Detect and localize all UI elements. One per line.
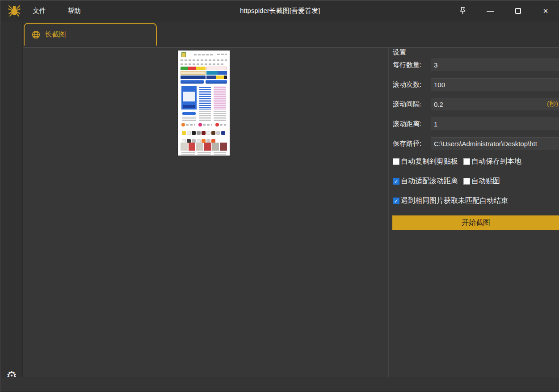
thumb-circle-label-2 [203,124,212,126]
rows-per-line-label: 每行数量: [393,61,421,69]
field-save-path: 保存路径: C:\Users\Administrator\Desktop\htt [389,137,559,150]
checkbox-auto-fit-scroll-distance[interactable]: 自动适配滚动距离 [393,177,458,186]
thumb-footer-1 [181,152,195,155]
scroll-count-label: 滚动次数: [393,80,421,89]
checkbox-box[interactable] [393,178,399,185]
scroll-distance-input[interactable]: 1 [431,118,559,130]
scroll-interval-label: 滚动间隔: [393,100,421,109]
tab-strip: 长截图 [23,21,559,48]
thumb-banner-5 [181,76,206,79]
thumb-banner-3 [181,71,206,75]
thumb-banner-4 [206,71,227,75]
pin-button[interactable] [449,0,476,21]
title-bar: 文件 帮助 httpspider长截图[吾爱首发] ✕ [0,0,559,21]
checkbox-row-3: 遇到相同图片获取未匹配自动结束 [393,196,508,206]
save-path-input[interactable]: C:\Users\Administrator\Desktop\htt [431,137,559,150]
close-button[interactable]: ✕ [532,0,559,21]
minimize-icon [487,11,494,12]
settings-heading: 设置 [393,48,406,57]
thumb-circle-label-3 [220,124,226,126]
checkbox-box[interactable] [393,198,399,204]
thumb-subnav [181,63,225,65]
rows-per-line-input[interactable]: 3 [431,59,559,71]
thumb-blue-button [182,112,196,115]
field-rows-per-line: 每行数量: 3 [389,59,559,71]
checkbox-auto-paste-image[interactable]: 自动贴图 [463,177,500,186]
pushpin-icon [459,7,467,15]
menu-bar: 文件 帮助 [29,0,84,21]
thumb-banner-2 [206,67,227,70]
tab-label: 长截图 [45,30,66,39]
checkbox-stop-on-duplicate[interactable]: 遇到相同图片获取未匹配自动结束 [393,196,508,206]
scroll-distance-label: 滚动距离: [393,120,421,128]
checkbox-auto-save-local[interactable]: 自动保存到本地 [463,157,521,166]
field-scroll-interval: 滚动间隔: 0.2 (秒) [389,98,559,110]
thumb-icon-grid [181,129,227,141]
thumb-text-3 [182,117,196,121]
thumb-button-bar-2 [206,80,227,84]
spider-logo-icon [8,4,21,17]
thumb-text-2 [214,111,226,121]
status-bar [0,377,559,392]
thumb-circle-1 [181,123,185,126]
thumb-circle-label-1 [186,124,195,126]
window-controls: ✕ [449,0,559,21]
thumb-footer-3 [214,152,226,155]
thumb-text-1 [199,111,211,121]
thumb-header-right [217,54,227,55]
webpage-thumbnail[interactable] [178,51,230,156]
close-icon: ✕ [543,7,549,15]
thumb-circle-3 [215,123,219,126]
thumb-circle-2 [198,123,202,126]
thumb-link-list-1 [199,86,211,110]
globe-icon [32,30,40,39]
app-window: 文件 帮助 httpspider长截图[吾爱首发] ✕ [0,0,559,392]
checkbox-row-2: 自动适配滚动距离 自动贴图 [393,177,500,186]
thumb-banner-1 [181,67,206,70]
field-scroll-distance: 滚动距离: 1 [389,118,559,130]
settings-panel: 设置 每行数量: 3 滚动次数: 100 滚动间隔: 0.2 (秒) 滚动距离:… [389,48,559,377]
menu-file[interactable]: 文件 [29,5,50,17]
thumb-footer-2 [198,152,211,155]
field-scroll-count: 滚动次数: 100 [389,78,559,91]
thumb-logo [181,52,186,57]
thumb-navbar [181,59,227,61]
left-sidebar: ⚙ [0,21,23,377]
checkbox-box[interactable] [463,158,470,165]
menu-help[interactable]: 帮助 [64,5,84,17]
checkbox-auto-copy-clipboard[interactable]: 自动复制到剪贴板 [393,157,458,166]
minimize-button[interactable] [476,0,504,21]
checkbox-box[interactable] [463,178,470,185]
thumb-banner-6 [206,76,227,79]
tab-long-screenshot[interactable]: 长截图 [24,23,157,46]
thumb-gallery-row [181,143,227,151]
scroll-count-input[interactable]: 100 [431,78,559,91]
thumb-button-bar-1 [181,80,204,84]
checkbox-box[interactable] [393,158,399,165]
start-capture-button[interactable]: 开始截图 [392,215,559,230]
thumb-side-panel [181,86,197,110]
maximize-button[interactable] [504,0,532,21]
save-path-label: 保存路径: [393,139,421,148]
seconds-unit-label: (秒) [547,100,558,108]
thumb-header-text [194,54,213,55]
maximize-icon [515,8,521,14]
thumb-link-list-2 [214,86,226,110]
checkbox-row-1: 自动复制到剪贴板 自动保存到本地 [393,157,521,166]
scroll-interval-input[interactable]: 0.2 [431,98,559,110]
screenshot-preview-area [23,48,388,377]
